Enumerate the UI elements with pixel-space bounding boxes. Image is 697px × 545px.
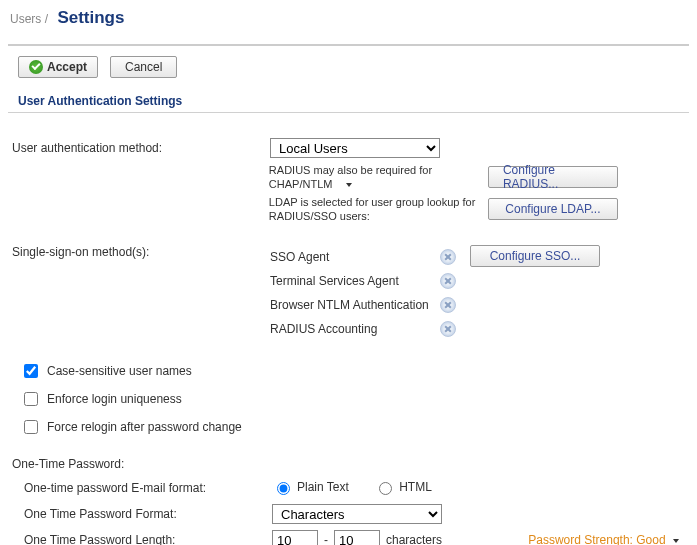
content: User authentication method: Local Users … xyxy=(0,113,697,545)
sso-method-name: Browser NTLM Authentication xyxy=(270,298,440,312)
otp-html-radio-label[interactable]: HTML xyxy=(374,479,432,495)
auth-method-row: User authentication method: Local Users xyxy=(10,135,687,161)
otp-length-sep: - xyxy=(324,533,328,545)
status-disabled-icon xyxy=(440,249,456,265)
status-disabled-icon xyxy=(440,297,456,313)
page-title: Settings xyxy=(57,8,124,27)
otp-format-select[interactable]: Characters xyxy=(272,504,442,524)
case-sensitive-checkbox[interactable] xyxy=(24,364,38,378)
force-relogin-row: Force relogin after password change xyxy=(10,413,687,441)
otp-format-label: One Time Password Format: xyxy=(24,507,272,521)
case-sensitive-label: Case-sensitive user names xyxy=(47,364,192,378)
sso-method-row: RADIUS Accounting xyxy=(270,317,456,341)
otp-email-format-label: One-time password E-mail format: xyxy=(24,481,272,495)
password-strength: Password Strength: Good xyxy=(528,533,665,545)
accept-label: Accept xyxy=(47,60,87,74)
ldap-note-row: LDAP is selected for user group lookup f… xyxy=(10,193,687,225)
accept-button[interactable]: Accept xyxy=(18,56,98,78)
otp-format-row: One Time Password Format: Characters xyxy=(10,501,687,527)
otp-plain-radio[interactable] xyxy=(277,482,290,495)
otp-plain-radio-label[interactable]: Plain Text xyxy=(272,479,349,495)
status-disabled-icon xyxy=(440,321,456,337)
radius-note-row: RADIUS may also be required for CHAP/NTL… xyxy=(10,161,687,193)
otp-heading: One-Time Password: xyxy=(10,441,687,475)
sso-label: Single-sign-on method(s): xyxy=(10,245,270,259)
enforce-unique-label: Enforce login uniqueness xyxy=(47,392,182,406)
toolbar: Accept Cancel xyxy=(8,44,689,86)
section-title: User Authentication Settings xyxy=(8,86,689,113)
otp-length-unit: characters xyxy=(386,533,442,545)
sso-method-row: Browser NTLM Authentication xyxy=(270,293,456,317)
otp-length-row: One Time Password Length: - characters P… xyxy=(10,527,687,545)
otp-length-max-input[interactable] xyxy=(334,530,380,545)
ldap-note: LDAP is selected for user group lookup f… xyxy=(269,196,475,222)
sso-method-name: SSO Agent xyxy=(270,250,440,264)
force-relogin-label: Force relogin after password change xyxy=(47,420,242,434)
otp-length-min-input[interactable] xyxy=(272,530,318,545)
breadcrumb: Users / Settings xyxy=(0,0,697,30)
configure-ldap-button[interactable]: Configure LDAP... xyxy=(488,198,618,220)
sso-method-row: SSO Agent xyxy=(270,245,456,269)
otp-plain-text: Plain Text xyxy=(297,480,349,494)
sso-method-name: RADIUS Accounting xyxy=(270,322,440,336)
breadcrumb-parent[interactable]: Users xyxy=(10,12,41,26)
enforce-unique-checkbox[interactable] xyxy=(24,392,38,406)
force-relogin-checkbox[interactable] xyxy=(24,420,38,434)
check-icon xyxy=(29,60,43,74)
cancel-label: Cancel xyxy=(125,60,162,74)
configure-sso-button[interactable]: Configure SSO... xyxy=(470,245,600,267)
case-sensitive-row: Case-sensitive user names xyxy=(10,357,687,385)
auth-method-select[interactable]: Local Users xyxy=(270,138,440,158)
sso-method-row: Terminal Services Agent xyxy=(270,269,456,293)
status-disabled-icon xyxy=(440,273,456,289)
breadcrumb-sep: / xyxy=(45,12,48,26)
sso-row: Single-sign-on method(s): SSO Agent Term… xyxy=(10,243,687,343)
configure-radius-button[interactable]: Configure RADIUS... xyxy=(488,166,618,188)
otp-email-format-row: One-time password E-mail format: Plain T… xyxy=(10,475,687,501)
otp-html-radio[interactable] xyxy=(379,482,392,495)
cancel-button[interactable]: Cancel xyxy=(110,56,177,78)
otp-html-text: HTML xyxy=(399,480,432,494)
enforce-unique-row: Enforce login uniqueness xyxy=(10,385,687,413)
sso-method-name: Terminal Services Agent xyxy=(270,274,440,288)
chevron-down-icon xyxy=(673,539,679,543)
otp-length-label: One Time Password Length: xyxy=(24,533,272,545)
auth-method-label: User authentication method: xyxy=(10,141,270,155)
chevron-down-icon xyxy=(346,183,352,187)
